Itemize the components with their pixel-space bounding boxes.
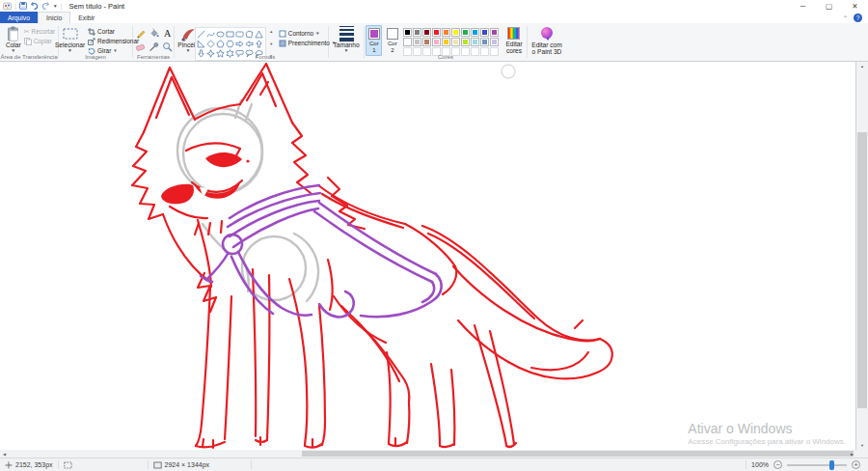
palette-swatch[interactable] bbox=[432, 28, 441, 37]
statusbar: 2152, 353px 2924 × 1344px 100% − + bbox=[0, 457, 868, 471]
sketch-faint-circle bbox=[502, 65, 515, 78]
shape-diamond[interactable] bbox=[206, 39, 216, 48]
palette-swatch[interactable] bbox=[451, 38, 460, 46]
color-picker-tool[interactable] bbox=[148, 41, 160, 53]
crosshair-icon bbox=[5, 461, 13, 469]
divider: | bbox=[14, 3, 16, 10]
shape-arrow-up[interactable] bbox=[255, 39, 264, 48]
shape-triangle[interactable] bbox=[255, 29, 264, 39]
zoom-slider-thumb[interactable] bbox=[829, 460, 834, 470]
fill-tool[interactable] bbox=[148, 27, 160, 40]
size-icon bbox=[339, 26, 354, 42]
palette-swatch[interactable] bbox=[442, 28, 450, 37]
shape-polygon[interactable] bbox=[245, 29, 255, 39]
eraser-tool[interactable] bbox=[134, 41, 147, 53]
palette-swatch[interactable] bbox=[471, 38, 479, 46]
resize-button[interactable]: Redimensionar bbox=[88, 37, 139, 45]
palette-swatch[interactable] bbox=[422, 38, 431, 46]
svg-text:A: A bbox=[163, 28, 171, 39]
shapes-scroll-down-icon[interactable]: ▼ bbox=[268, 41, 275, 47]
scroll-left-icon[interactable]: ◀ bbox=[0, 450, 9, 457]
shape-arrow-right[interactable] bbox=[235, 39, 245, 48]
color2-swatch bbox=[387, 28, 398, 40]
canvas-size-icon bbox=[153, 461, 162, 469]
outline-button[interactable]: Contorno ▼ bbox=[279, 29, 336, 38]
palette-swatch[interactable] bbox=[422, 28, 431, 37]
crop-button[interactable]: Cortar bbox=[88, 27, 139, 36]
minimize-button[interactable]: ─ bbox=[790, 0, 816, 12]
palette-swatch[interactable] bbox=[480, 28, 489, 37]
group-label-tools: Ferramentas bbox=[133, 54, 174, 60]
palette-swatch[interactable] bbox=[403, 28, 412, 37]
save-icon[interactable] bbox=[19, 2, 27, 10]
horizontal-scrollbar[interactable]: ◀ ▶ bbox=[0, 450, 856, 457]
shape-hexagon[interactable] bbox=[226, 39, 235, 48]
qat-dropdown-icon[interactable]: ▼ bbox=[53, 4, 58, 9]
scroll-down-icon[interactable]: ▼ bbox=[856, 441, 868, 450]
paste-icon bbox=[6, 26, 20, 42]
cut-button[interactable]: ✂ Recortar bbox=[24, 27, 55, 36]
close-button[interactable]: ✕ bbox=[842, 0, 868, 12]
copy-button[interactable]: Copiar bbox=[24, 37, 55, 45]
outline-label: Contorno bbox=[288, 30, 313, 37]
palette-swatch[interactable] bbox=[413, 38, 421, 46]
zoom-slider[interactable] bbox=[787, 464, 847, 466]
crop-label: Cortar bbox=[97, 28, 115, 35]
shape-arrow-left[interactable] bbox=[245, 39, 255, 48]
shapes-scroll-up-icon[interactable]: ▲ bbox=[268, 28, 275, 35]
horizontal-scrollbar-thumb[interactable] bbox=[302, 451, 854, 457]
pencil-tool[interactable] bbox=[134, 27, 147, 40]
undo-icon[interactable] bbox=[30, 2, 39, 10]
canvas-size-value: 2924 × 1344px bbox=[165, 461, 210, 468]
shape-oval[interactable] bbox=[216, 29, 226, 39]
cursor-position-value: 2152, 353px bbox=[15, 461, 53, 468]
palette-swatch[interactable] bbox=[442, 38, 450, 46]
palette-swatch[interactable] bbox=[413, 28, 421, 37]
group-paint3d: Editar com o Paint 3D bbox=[528, 23, 566, 61]
color2-button[interactable]: Cor 2 bbox=[384, 25, 400, 56]
chevron-down-icon: ▼ bbox=[315, 31, 319, 36]
edit-paint3d-button[interactable]: Editar com o Paint 3D bbox=[529, 25, 565, 61]
palette-swatch[interactable] bbox=[490, 38, 499, 46]
chevron-down-icon: ▼ bbox=[11, 48, 15, 53]
color1-button[interactable]: Cor 1 bbox=[366, 25, 382, 56]
palette-swatch[interactable] bbox=[403, 38, 412, 46]
drawing-canvas[interactable] bbox=[0, 62, 856, 450]
selection-size-cell bbox=[59, 458, 148, 471]
tab-file[interactable]: Arquivo bbox=[0, 12, 38, 23]
shape-rectangle[interactable] bbox=[226, 29, 235, 39]
magnifier-tool[interactable] bbox=[161, 41, 174, 53]
collapse-ribbon-icon[interactable]: ⌃ bbox=[843, 14, 848, 21]
size-button[interactable]: Tamanho ▼ bbox=[330, 25, 362, 61]
palette-swatch[interactable] bbox=[471, 28, 479, 37]
palette-swatch[interactable] bbox=[451, 28, 460, 37]
shape-line[interactable] bbox=[197, 29, 206, 39]
palette-swatch[interactable] bbox=[432, 38, 441, 46]
vertical-scrollbar-thumb[interactable] bbox=[857, 132, 867, 408]
ribbon-tabs: Arquivo Início Exibir ⌃ ? bbox=[0, 12, 868, 23]
maximize-button[interactable]: ▢ bbox=[816, 0, 842, 12]
paint-app-icon bbox=[3, 2, 12, 11]
help-icon[interactable]: ? bbox=[854, 14, 862, 22]
palette-swatch[interactable] bbox=[461, 28, 470, 37]
shape-rounded-rectangle[interactable] bbox=[235, 29, 245, 39]
zoom-out-button[interactable]: − bbox=[773, 460, 782, 469]
fill-button[interactable]: Preenchimento ▼ bbox=[279, 39, 336, 47]
text-tool[interactable]: A bbox=[161, 27, 174, 40]
palette-swatch[interactable] bbox=[490, 28, 499, 37]
redo-icon[interactable] bbox=[41, 2, 50, 10]
chevron-down-icon: ▼ bbox=[344, 48, 349, 53]
vertical-scrollbar[interactable]: ▲ ▼ bbox=[856, 62, 868, 450]
shape-pentagon[interactable] bbox=[216, 39, 226, 48]
shape-right-triangle[interactable] bbox=[197, 39, 206, 48]
scroll-right-icon[interactable]: ▶ bbox=[848, 450, 856, 457]
zoom-in-button[interactable]: + bbox=[852, 460, 860, 469]
tab-view[interactable]: Exibir bbox=[70, 12, 102, 23]
palette-swatch[interactable] bbox=[480, 38, 489, 46]
zoom-level-value: 100% bbox=[751, 461, 769, 468]
crop-icon bbox=[88, 28, 95, 36]
palette-swatch[interactable] bbox=[461, 38, 470, 46]
tab-home[interactable]: Início bbox=[38, 12, 70, 23]
shape-curve[interactable] bbox=[206, 29, 216, 39]
scroll-up-icon[interactable]: ▲ bbox=[856, 62, 868, 70]
